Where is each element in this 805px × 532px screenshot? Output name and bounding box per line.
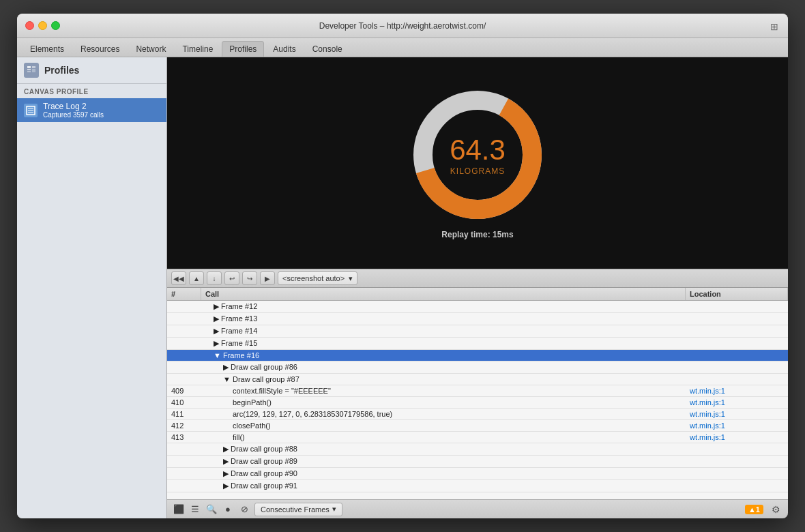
step-back-button[interactable]: ◀◀ bbox=[171, 271, 186, 285]
table-row[interactable]: 410 beginPath() wt.min.js:1 bbox=[167, 397, 788, 409]
row-location bbox=[686, 313, 788, 325]
table-row[interactable]: Draw call group #88 bbox=[167, 443, 788, 456]
expand-icon[interactable]: ⊞ bbox=[770, 21, 780, 31]
header-call: Call bbox=[201, 288, 686, 300]
row-num: 411 bbox=[167, 409, 201, 419]
svg-rect-1 bbox=[27, 69, 31, 70]
consecutive-frames-label: Consecutive Frames bbox=[261, 505, 330, 514]
step-into-button[interactable]: ↓ bbox=[207, 271, 222, 285]
traffic-lights bbox=[25, 21, 60, 30]
row-location bbox=[686, 456, 788, 467]
row-call: Draw call group #86 bbox=[201, 361, 686, 373]
tab-audits[interactable]: Audits bbox=[265, 41, 303, 57]
donut-value: 64.3 bbox=[450, 134, 506, 166]
table-row-selected[interactable]: Frame #16 bbox=[167, 350, 788, 361]
screenshot-select[interactable]: <screenshot auto> ▾ bbox=[278, 271, 357, 285]
tab-console[interactable]: Console bbox=[305, 41, 350, 57]
row-call: Frame #16 bbox=[201, 350, 686, 361]
step-up-button[interactable]: ▲ bbox=[189, 271, 204, 285]
tab-timeline[interactable]: Timeline bbox=[175, 41, 220, 57]
table-row[interactable]: Frame #13 bbox=[167, 313, 788, 325]
screenshot-arrow: ▾ bbox=[349, 274, 353, 283]
call-log[interactable]: # Call Location Frame #12 Frame #13 bbox=[167, 288, 788, 499]
row-call: arc(129, 129, 127, 0, 6.283185307179586,… bbox=[201, 409, 686, 419]
table-row[interactable]: Frame #15 bbox=[167, 338, 788, 350]
table-row[interactable]: 409 context.fillStyle = "#EEEEEE" wt.min… bbox=[167, 385, 788, 397]
row-num bbox=[167, 480, 201, 492]
table-row[interactable]: 411 arc(129, 129, 127, 0, 6.283185307179… bbox=[167, 409, 788, 420]
donut-chart: 64.3 KILOGRAMS bbox=[409, 87, 546, 223]
table-row[interactable]: Draw call group #87 bbox=[167, 374, 788, 385]
table-row[interactable]: 413 fill() wt.min.js:1 bbox=[167, 432, 788, 443]
search-icon[interactable]: 🔍 bbox=[205, 503, 218, 516]
play-button[interactable]: ▶ bbox=[260, 271, 275, 285]
row-location bbox=[686, 350, 788, 361]
step-next-button[interactable]: ↪ bbox=[242, 271, 257, 285]
location-link[interactable]: wt.min.js:1 bbox=[690, 433, 725, 441]
location-link[interactable]: wt.min.js:1 bbox=[690, 387, 725, 395]
call-toolbar: ◀◀ ▲ ↓ ↩ ↪ ▶ <screenshot auto> ▾ bbox=[167, 269, 788, 288]
tab-network[interactable]: Network bbox=[128, 41, 173, 57]
tab-profiles[interactable]: Profiles bbox=[222, 41, 264, 57]
table-row[interactable]: 412 closePath() wt.min.js:1 bbox=[167, 420, 788, 432]
row-num bbox=[167, 443, 201, 455]
table-row[interactable]: Draw call group #86 bbox=[167, 361, 788, 374]
profiles-icon bbox=[24, 63, 39, 78]
location-link[interactable]: wt.min.js:1 bbox=[690, 398, 725, 407]
row-num: 409 bbox=[167, 385, 201, 396]
replay-time: Replay time: 15ms bbox=[441, 230, 513, 239]
bottom-right: ▲1 ⚙ bbox=[745, 503, 782, 516]
devtools-window: Developer Tools – http://weight.aerotwis… bbox=[17, 14, 788, 518]
location-link[interactable]: wt.min.js:1 bbox=[690, 422, 725, 430]
svg-rect-3 bbox=[32, 66, 35, 68]
main-content: Profiles CANVAS PROFILE Trace Log 2 Capt… bbox=[17, 57, 788, 518]
sidebar-item-tracelog2[interactable]: Trace Log 2 Captured 3597 calls bbox=[17, 98, 166, 122]
row-location bbox=[686, 480, 788, 492]
row-num bbox=[167, 350, 201, 361]
row-call: Frame #14 bbox=[201, 325, 686, 337]
row-num bbox=[167, 374, 201, 385]
row-location: wt.min.js:1 bbox=[686, 409, 788, 419]
consecutive-frames-select[interactable]: Consecutive Frames ▾ bbox=[254, 503, 342, 516]
row-location bbox=[686, 443, 788, 455]
stop-icon[interactable]: ⊘ bbox=[238, 503, 250, 516]
row-call: Frame #12 bbox=[201, 301, 686, 312]
row-call: Draw call group #90 bbox=[201, 468, 686, 479]
row-call: Draw call group #91 bbox=[201, 480, 686, 492]
row-num bbox=[167, 456, 201, 467]
tab-elements[interactable]: Elements bbox=[23, 41, 72, 57]
settings-icon[interactable]: ⚙ bbox=[769, 503, 782, 516]
row-location: wt.min.js:1 bbox=[686, 385, 788, 396]
dock-icon[interactable]: ⬛ bbox=[173, 503, 185, 516]
maximize-button[interactable] bbox=[51, 21, 60, 30]
list-icon[interactable]: ☰ bbox=[189, 503, 201, 516]
canvas-profile-label: CANVAS PROFILE bbox=[17, 84, 166, 98]
table-row[interactable]: Frame #14 bbox=[167, 325, 788, 338]
row-call: closePath() bbox=[201, 420, 686, 431]
row-call: Draw call group #88 bbox=[201, 443, 686, 455]
table-row[interactable]: Draw call group #91 bbox=[167, 480, 788, 492]
row-location: wt.min.js:1 bbox=[686, 420, 788, 431]
table-row[interactable]: Draw call group #90 bbox=[167, 468, 788, 480]
donut-center: 64.3 KILOGRAMS bbox=[450, 134, 506, 176]
row-num bbox=[167, 301, 201, 312]
row-location bbox=[686, 338, 788, 349]
record-icon[interactable]: ● bbox=[222, 503, 234, 516]
row-call: Draw call group #87 bbox=[201, 374, 686, 385]
row-call: Frame #15 bbox=[201, 338, 686, 349]
step-prev-button[interactable]: ↩ bbox=[224, 271, 239, 285]
sidebar-title: Profiles bbox=[44, 65, 79, 76]
warning-badge: ▲1 bbox=[745, 505, 763, 514]
row-num: 412 bbox=[167, 420, 201, 431]
table-row[interactable]: Draw call group #89 bbox=[167, 456, 788, 468]
table-row[interactable]: Frame #12 bbox=[167, 301, 788, 313]
svg-rect-4 bbox=[32, 69, 35, 72]
close-button[interactable] bbox=[25, 21, 34, 30]
location-link[interactable]: wt.min.js:1 bbox=[690, 410, 725, 418]
consecutive-frames-arrow: ▾ bbox=[332, 505, 336, 514]
row-location bbox=[686, 301, 788, 312]
bottom-bar: ⬛ ☰ 🔍 ● ⊘ Consecutive Frames ▾ ▲1 ⚙ bbox=[167, 499, 788, 518]
tab-resources[interactable]: Resources bbox=[73, 41, 127, 57]
canvas-preview: 64.3 KILOGRAMS Replay time: 15ms bbox=[167, 57, 788, 269]
minimize-button[interactable] bbox=[38, 21, 47, 30]
